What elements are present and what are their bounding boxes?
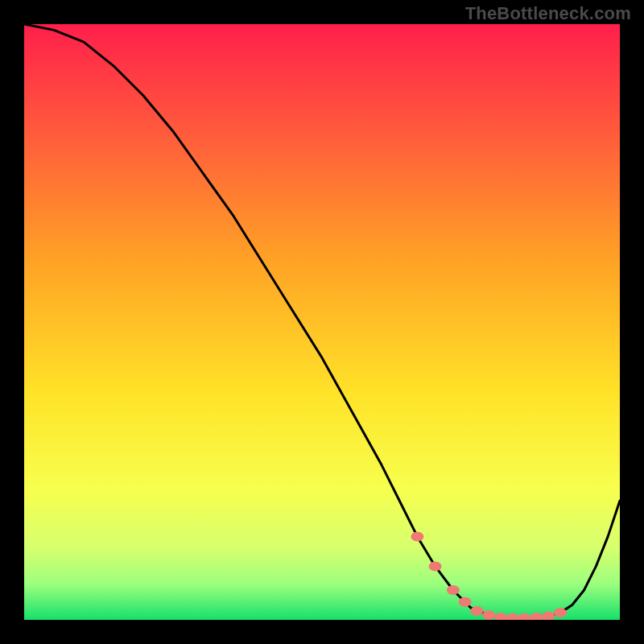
marker-dot <box>482 610 495 620</box>
marker-dot <box>447 585 460 595</box>
marker-dot <box>429 561 442 571</box>
watermark-text: TheBottleneck.com <box>465 3 631 24</box>
gradient-background <box>24 24 620 620</box>
plot-svg <box>24 24 620 620</box>
chart-stage: TheBottleneck.com <box>0 0 644 644</box>
marker-dot <box>470 606 483 616</box>
plot-area <box>24 24 620 620</box>
marker-dot <box>554 608 567 617</box>
marker-dot <box>411 531 423 541</box>
marker-dot <box>459 597 472 607</box>
